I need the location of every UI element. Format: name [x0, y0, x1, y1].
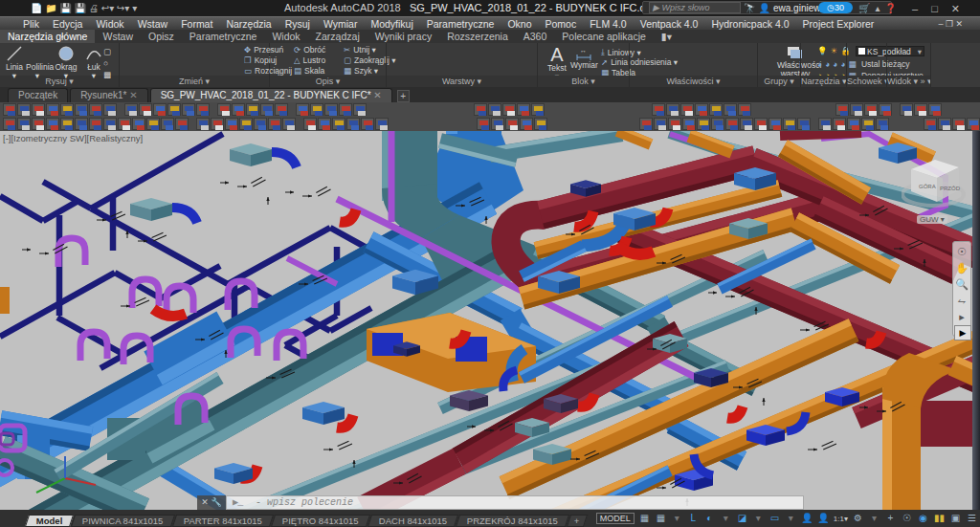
svg-text:PRZÓD: PRZÓD	[940, 186, 961, 191]
svg-text:GÓRA: GÓRA	[919, 184, 936, 189]
